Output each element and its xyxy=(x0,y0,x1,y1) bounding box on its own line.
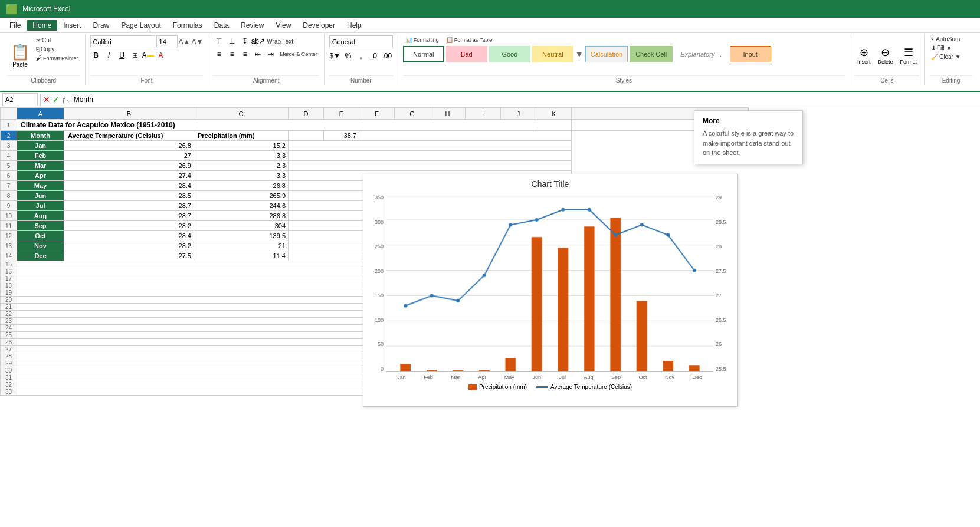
decrease-font-icon[interactable]: A▼ xyxy=(191,38,203,46)
border-button[interactable]: ⊞ xyxy=(129,50,141,61)
align-right-button[interactable]: ≡ xyxy=(239,48,251,60)
precip-cell[interactable]: 26.8 xyxy=(194,181,289,191)
col-header-H[interactable]: H xyxy=(430,108,466,120)
conditional-formatting-button[interactable]: 📊 Formatting xyxy=(403,35,441,44)
indent-less-button[interactable]: ⇤ xyxy=(252,48,264,60)
formula-input[interactable] xyxy=(71,95,978,104)
menu-item-home[interactable]: Home xyxy=(27,20,57,31)
menu-item-file[interactable]: File xyxy=(4,20,27,31)
wrap-text-button[interactable]: Wrap Text xyxy=(265,35,295,47)
precip-cell[interactable]: 2.3 xyxy=(194,161,289,171)
confirm-formula-icon[interactable]: ✓ xyxy=(53,95,60,104)
insert-button[interactable]: ⊕ Insert xyxy=(855,45,873,66)
precip-cell[interactable]: 3.3 xyxy=(194,151,289,161)
precip-cell[interactable]: 286.8 xyxy=(194,211,289,221)
month-cell[interactable]: Dec xyxy=(17,251,64,261)
align-middle-button[interactable]: ⊥ xyxy=(226,35,238,47)
col-header-C[interactable]: C xyxy=(194,108,289,120)
menu-item-view[interactable]: View xyxy=(270,20,297,31)
precip-cell[interactable]: 11.4 xyxy=(194,251,289,261)
comma-button[interactable]: , xyxy=(355,50,367,62)
precip-cell[interactable]: 3.3 xyxy=(194,171,289,181)
month-cell[interactable]: Feb xyxy=(17,151,64,161)
month-cell[interactable]: Apr xyxy=(17,171,64,181)
col-header-F[interactable]: F xyxy=(359,108,395,120)
menu-item-insert[interactable]: Insert xyxy=(57,20,87,31)
menu-item-draw[interactable]: Draw xyxy=(87,20,115,31)
temp-cell[interactable]: 27.5 xyxy=(64,251,194,261)
style-input[interactable]: Input xyxy=(730,46,771,62)
header-month[interactable]: Month xyxy=(17,131,64,141)
merge-center-button[interactable]: Merge & Center xyxy=(278,51,319,58)
menu-item-developer[interactable]: Developer xyxy=(297,20,341,31)
month-cell[interactable]: Jul xyxy=(17,201,64,211)
menu-item-formulas[interactable]: Formulas xyxy=(167,20,208,31)
delete-button[interactable]: ⊖ Delete xyxy=(875,45,895,66)
bold-button[interactable]: B xyxy=(90,50,102,61)
temp-cell[interactable]: 28.7 xyxy=(64,211,194,221)
style-normal[interactable]: Normal xyxy=(403,46,444,62)
precip-cell[interactable]: 265.9 xyxy=(194,191,289,201)
format-as-table-button[interactable]: 📋 Format as Table xyxy=(444,35,494,44)
temp-cell[interactable]: 26.9 xyxy=(64,161,194,171)
format-painter-button[interactable]: 🖌 Format Painter xyxy=(34,54,80,62)
month-cell[interactable]: Mar xyxy=(17,161,64,171)
col-header-B[interactable]: B xyxy=(64,108,194,120)
format-button[interactable]: ☰ Format xyxy=(897,45,919,66)
month-cell[interactable]: Jan xyxy=(17,141,64,151)
fill-button[interactable]: ⬇ Fill ▼ xyxy=(929,44,973,52)
menu-item-help[interactable]: Help xyxy=(341,20,368,31)
temp-cell[interactable]: 27.4 xyxy=(64,171,194,181)
month-cell[interactable]: Sep xyxy=(17,221,64,231)
precip-cell[interactable]: 304 xyxy=(194,221,289,231)
temp-cell[interactable]: 28.4 xyxy=(64,181,194,191)
style-good[interactable]: Good xyxy=(489,46,530,62)
percent-button[interactable]: % xyxy=(342,50,354,62)
col-header-G[interactable]: G xyxy=(395,108,430,120)
increase-decimal-button[interactable]: .00 xyxy=(381,50,393,62)
extra-value-cell[interactable]: 38.7 xyxy=(324,131,359,141)
temp-cell[interactable]: 27 xyxy=(64,151,194,161)
col-header-J[interactable]: J xyxy=(501,108,536,120)
underline-button[interactable]: U xyxy=(116,50,128,61)
cut-button[interactable]: ✂ Cut xyxy=(34,37,80,44)
col-header-E[interactable]: E xyxy=(324,108,359,120)
menu-item-data[interactable]: Data xyxy=(208,20,235,31)
style-bad[interactable]: Bad xyxy=(446,46,487,62)
copy-button[interactable]: ⎘ Copy xyxy=(34,45,80,53)
title-cell[interactable]: Climate Data for Acapulco Mexico (1951-2… xyxy=(17,120,536,131)
style-check-cell[interactable]: Check Cell xyxy=(630,46,673,62)
month-cell[interactable]: Jun xyxy=(17,191,64,201)
month-cell[interactable]: Nov xyxy=(17,241,64,251)
header-precip[interactable]: Precipitation (mm) xyxy=(194,131,289,141)
currency-button[interactable]: $▼ xyxy=(329,50,341,62)
empty-h-d[interactable] xyxy=(289,131,324,141)
align-bottom-button[interactable]: ↧ xyxy=(239,35,251,47)
month-cell[interactable]: May xyxy=(17,181,64,191)
autosum-button[interactable]: Σ AutoSum xyxy=(929,35,973,43)
header-temp[interactable]: Average Temperature (Celsius) xyxy=(64,131,194,141)
paste-button[interactable]: 📋 Paste xyxy=(7,35,33,75)
temp-cell[interactable]: 28.4 xyxy=(64,231,194,241)
clear-button[interactable]: 🧹 Clear ▼ xyxy=(929,53,973,61)
precip-cell[interactable]: 244.6 xyxy=(194,201,289,211)
precip-cell[interactable]: 139.5 xyxy=(194,231,289,241)
temp-cell[interactable]: 28.7 xyxy=(64,201,194,211)
font-size-input[interactable]: 14 xyxy=(156,35,178,48)
col-header-I[interactable]: I xyxy=(466,108,501,120)
cell-reference-box[interactable]: A2 xyxy=(2,93,38,106)
italic-button[interactable]: I xyxy=(103,50,115,61)
increase-font-icon[interactable]: A▲ xyxy=(179,38,191,46)
col-header-K[interactable]: K xyxy=(536,108,572,120)
temp-cell[interactable]: 28.2 xyxy=(64,241,194,251)
temp-cell[interactable]: 26.8 xyxy=(64,141,194,151)
col-header-A[interactable]: A xyxy=(17,108,64,120)
precip-cell[interactable]: 21 xyxy=(194,241,289,251)
styles-expand-icon[interactable]: ▼ xyxy=(575,50,584,59)
decrease-decimal-button[interactable]: .0 xyxy=(368,50,380,62)
temp-cell[interactable]: 28.5 xyxy=(64,191,194,201)
align-top-button[interactable]: ⊤ xyxy=(213,35,225,47)
fill-color-button[interactable]: A xyxy=(142,50,154,61)
indent-more-button[interactable]: ⇥ xyxy=(265,48,277,60)
style-explanatory[interactable]: Explanatory ... xyxy=(674,46,727,62)
